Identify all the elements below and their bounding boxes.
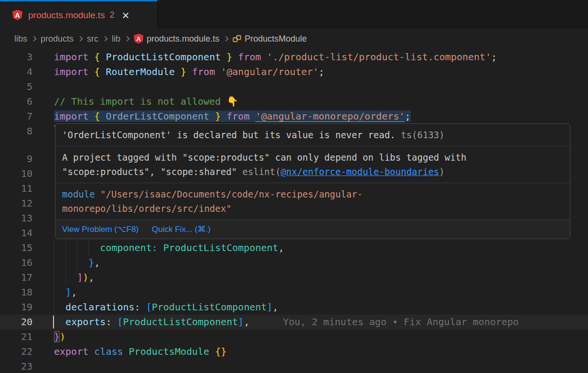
line-content: exports: [ProductListComponent],You, 2 m…	[32, 315, 588, 329]
indent-guide	[54, 270, 54, 285]
line-content: import { ProductListComponent } from './…	[32, 50, 588, 65]
line-number: 19	[0, 300, 32, 315]
breadcrumb-item-products[interactable]: products	[41, 34, 74, 44]
indent-guide	[54, 241, 54, 255]
hover-status-bar: View Problem (⌥F8) Quick Fix... (⌘.)	[55, 220, 570, 239]
error-squiggle-highlight: import { OrderListComponent } from '@ang…	[54, 110, 411, 122]
code-editor: 3import { ProductListComponent } from '.…	[0, 49, 588, 373]
diagnostic-eslint: A project tagged with "scope:products" c…	[55, 146, 570, 183]
chevron-right-icon	[124, 36, 129, 41]
diagnostic-source: ts(6133)	[401, 130, 445, 140]
indent-guide	[77, 241, 77, 255]
line-number: 4	[0, 65, 32, 79]
line-content: component: ProductListComponent,	[32, 241, 588, 255]
text-cursor	[53, 316, 54, 329]
tab-file-name: products.module.ts	[28, 10, 105, 21]
chevron-right-icon	[102, 36, 107, 41]
code-line-21[interactable]: 21})	[0, 329, 588, 344]
line-number: 22	[0, 344, 32, 359]
breadcrumb-item-symbol[interactable]: ProductsModule	[233, 34, 307, 44]
class-symbol-icon	[233, 34, 241, 43]
line-number: 15	[0, 241, 32, 255]
line-number: 9	[0, 152, 32, 166]
line-number: 12	[0, 196, 32, 211]
code-line-17[interactable]: 17 ]),	[0, 270, 588, 285]
angular-icon: A	[12, 10, 22, 21]
line-number: 11	[0, 181, 32, 196]
line-number: 10	[0, 166, 32, 181]
breadcrumb-item-libs[interactable]: libs	[14, 34, 27, 44]
line-number: 13	[0, 211, 32, 226]
line-number: 7	[0, 109, 32, 124]
line-number: 8	[0, 124, 32, 139]
angular-icon: A	[134, 34, 143, 44]
indent-guide	[65, 255, 66, 270]
quick-fix-action[interactable]: Quick Fix... (⌘.)	[152, 223, 211, 236]
chevron-right-icon	[31, 36, 36, 41]
tab-products-module[interactable]: A products.module.ts 2 ×	[0, 0, 158, 29]
line-content	[32, 79, 588, 94]
code-line-23[interactable]: 23	[0, 359, 588, 373]
line-number: 21	[0, 329, 32, 344]
breadcrumb-item-src[interactable]: src	[87, 34, 98, 44]
line-content: declarations: [ProductListComponent],	[32, 300, 588, 315]
line-number: 16	[0, 255, 32, 270]
view-problem-action[interactable]: View Problem (⌥F8)	[62, 223, 139, 236]
chevron-right-icon	[77, 36, 83, 41]
breadcrumb-item-lib[interactable]: lib	[112, 34, 120, 44]
line-number: 3	[0, 50, 32, 65]
eslint-rule-link[interactable]: @nx/enforce-module-boundaries	[281, 166, 439, 177]
diagnostic-message: 'OrderListComponent' is declared but its…	[62, 130, 396, 140]
indent-guide	[65, 241, 66, 255]
tab-bar: A products.module.ts 2 ×	[0, 0, 588, 29]
git-blame-annotation: You, 2 minutes ago • Fix Angular monorep…	[283, 316, 519, 328]
indent-guide	[54, 285, 54, 300]
line-content: })	[32, 329, 588, 344]
indent-guide	[65, 270, 66, 285]
line-content: export class ProductsModule {}	[32, 344, 588, 359]
code-line-6[interactable]: 6// This import is not allowed 👇	[0, 94, 588, 109]
line-number: 23	[0, 359, 32, 373]
code-line-5[interactable]: 5	[0, 79, 588, 94]
code-line-19[interactable]: 19 declarations: [ProductListComponent],	[0, 300, 588, 315]
breadcrumb-item-file[interactable]: A products.module.ts	[134, 34, 219, 44]
line-content: ],	[32, 285, 588, 300]
vscode-window: A products.module.ts 2 × libs products s…	[0, 0, 588, 373]
breadcrumb: libs products src lib A products.module.…	[0, 29, 588, 49]
line-number: 5	[0, 79, 32, 94]
tab-problem-count: 2	[110, 10, 115, 20]
line-number: 20	[0, 315, 32, 329]
code-line-3[interactable]: 3import { ProductListComponent } from '.…	[0, 50, 588, 65]
code-line-20[interactable]: 20 exports: [ProductListComponent],You, …	[0, 315, 588, 329]
line-number: 18	[0, 285, 32, 300]
code-line-18[interactable]: 18 ],	[0, 285, 588, 300]
code-line-15[interactable]: 15 component: ProductListComponent,	[0, 241, 588, 255]
code-line-4[interactable]: 4import { RouterModule } from '@angular/…	[0, 65, 588, 79]
code-line-22[interactable]: 22export class ProductsModule {}	[0, 344, 588, 359]
line-content	[32, 359, 588, 373]
indent-guide	[77, 255, 77, 270]
diagnostic-message-line2: "scope:products", "scope:shared" eslint(…	[62, 165, 563, 179]
line-number: 6	[0, 94, 32, 109]
close-icon[interactable]: ×	[122, 11, 129, 20]
chevron-right-icon	[223, 36, 228, 41]
diagnostic-hover-popup: 'OrderListComponent' is declared but its…	[55, 123, 570, 239]
module-info: module "/Users/isaac/Documents/code/nx-r…	[55, 183, 570, 220]
code-line-7[interactable]: 7import { OrderListComponent } from '@an…	[0, 109, 588, 124]
indent-guide	[88, 241, 89, 255]
indent-guide	[54, 255, 54, 270]
line-content: ]),	[32, 270, 588, 285]
line-number: 14	[0, 226, 32, 241]
line-content: },	[32, 255, 588, 270]
line-content: // This import is not allowed 👇	[32, 94, 588, 109]
code-line-16[interactable]: 16 },	[0, 255, 588, 270]
diagnostic-ts6133: 'OrderListComponent' is declared but its…	[55, 124, 570, 146]
indent-guide	[54, 300, 54, 315]
line-number: 17	[0, 270, 32, 285]
line-content: import { OrderListComponent } from '@ang…	[32, 109, 588, 124]
module-keyword: module	[62, 189, 95, 199]
line-content: import { RouterModule } from '@angular/r…	[32, 65, 588, 79]
diagnostic-message-line1: A project tagged with "scope:products" c…	[62, 150, 563, 165]
